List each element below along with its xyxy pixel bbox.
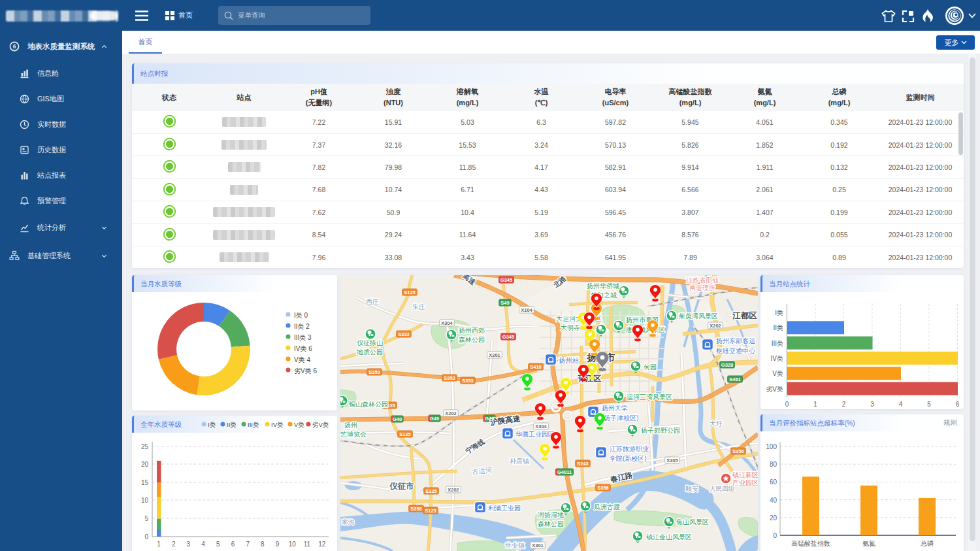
svg-text:20: 20 bbox=[141, 461, 149, 468]
svg-text:高锰酸盐指数: 高锰酸盐指数 bbox=[791, 540, 830, 547]
svg-text:0: 0 bbox=[144, 533, 148, 541]
svg-text:森林公园: 森林公园 bbox=[459, 336, 485, 343]
svg-text:IV类: IV类 bbox=[771, 355, 783, 362]
svg-text:学院(新校区): 学院(新校区) bbox=[610, 455, 647, 462]
svg-text:IV类: IV类 bbox=[271, 421, 284, 428]
svg-text:扬子郊野公园: 扬子郊野公园 bbox=[641, 427, 680, 434]
svg-text:5: 5 bbox=[927, 401, 931, 408]
svg-text:利浦工业园: 利浦工业园 bbox=[488, 505, 521, 512]
svg-text:运河三湾风景区: 运河三湾风景区 bbox=[627, 393, 672, 401]
svg-text:100: 100 bbox=[766, 443, 777, 450]
svg-text:6: 6 bbox=[956, 401, 960, 408]
svg-text:S356: S356 bbox=[597, 485, 609, 491]
svg-text:镇江金山风景区: 镇江金山风景区 bbox=[646, 533, 692, 541]
svg-text:4: 4 bbox=[899, 401, 903, 408]
svg-text:劣V类 6: 劣V类 6 bbox=[294, 367, 317, 375]
svg-text:4: 4 bbox=[201, 541, 205, 548]
svg-text:森林公园: 森林公园 bbox=[538, 520, 564, 527]
svg-text:仪征捺山: 仪征捺山 bbox=[357, 339, 383, 346]
svg-text:V类: V类 bbox=[294, 421, 304, 428]
svg-text:顺安: 顺安 bbox=[685, 485, 698, 492]
svg-text:3: 3 bbox=[187, 541, 191, 548]
svg-text:茱萸湾风景区: 茱萸湾风景区 bbox=[678, 312, 718, 320]
svg-text:3: 3 bbox=[870, 401, 874, 408]
svg-text:X202: X202 bbox=[448, 487, 459, 493]
svg-text:总磷: 总磷 bbox=[921, 540, 934, 547]
svg-text:I类: I类 bbox=[208, 421, 216, 428]
svg-text:I类 0: I类 0 bbox=[294, 312, 308, 319]
svg-text:25: 25 bbox=[141, 443, 149, 450]
svg-text:8: 8 bbox=[261, 541, 265, 548]
svg-text:0: 0 bbox=[785, 401, 789, 408]
svg-text:大明寺: 大明寺 bbox=[561, 324, 580, 331]
svg-text:S353: S353 bbox=[368, 369, 380, 375]
svg-text:X202: X202 bbox=[710, 323, 721, 329]
svg-text:II类 2: II类 2 bbox=[294, 323, 310, 330]
svg-text:X305: X305 bbox=[666, 458, 678, 463]
svg-text:朱庄: 朱庄 bbox=[412, 303, 425, 310]
svg-text:邗江区: 邗江区 bbox=[577, 374, 601, 383]
svg-text:V类 4: V类 4 bbox=[294, 356, 310, 363]
svg-text:扬州站: 扬州站 bbox=[559, 356, 580, 364]
svg-text:G40: G40 bbox=[430, 416, 439, 422]
svg-text:20: 20 bbox=[770, 514, 777, 522]
svg-text:60: 60 bbox=[770, 478, 777, 486]
svg-text:扬州: 扬州 bbox=[344, 422, 357, 429]
svg-text:朴席镇: 朴席镇 bbox=[510, 458, 529, 465]
svg-text:江苏省邵仙: 江苏省邵仙 bbox=[686, 276, 719, 284]
svg-text:世业镇: 世业镇 bbox=[504, 542, 525, 549]
svg-text:V类: V类 bbox=[772, 370, 783, 377]
svg-text:闸管理所: 闸管理所 bbox=[689, 284, 715, 292]
svg-text:人民四组: 人民四组 bbox=[710, 485, 735, 492]
svg-text:III类: III类 bbox=[248, 421, 259, 428]
svg-text:华腾工业园区: 华腾工业园区 bbox=[515, 431, 555, 438]
svg-text:G328: G328 bbox=[721, 362, 733, 368]
svg-text:唐子城风景区: 唐子城风景区 bbox=[626, 326, 665, 333]
svg-text:何园: 何园 bbox=[644, 363, 657, 371]
svg-text:S418: S418 bbox=[530, 364, 542, 370]
svg-text:S125: S125 bbox=[399, 431, 411, 437]
svg-text:(扬子津校区): (扬子津校区) bbox=[602, 414, 639, 422]
svg-text:III类 3: III类 3 bbox=[294, 334, 312, 341]
svg-text:地质公园: 地质公园 bbox=[356, 348, 383, 356]
svg-text:X301: X301 bbox=[532, 543, 544, 548]
svg-text:IV类 6: IV类 6 bbox=[294, 345, 312, 352]
svg-text:1: 1 bbox=[157, 541, 161, 548]
svg-text:15: 15 bbox=[141, 479, 149, 486]
svg-text:扬州东部客运: 扬州东部客运 bbox=[716, 337, 755, 344]
svg-text:大圩: 大圩 bbox=[710, 420, 723, 427]
svg-text:S356: S356 bbox=[410, 506, 422, 512]
svg-text:11: 11 bbox=[304, 541, 311, 548]
svg-text:艺博览会: 艺博览会 bbox=[340, 431, 367, 438]
svg-text:G4011: G4011 bbox=[557, 469, 572, 475]
svg-text:西庄: 西庄 bbox=[366, 298, 379, 305]
svg-text:江苏旅游职业: 江苏旅游职业 bbox=[610, 445, 649, 452]
svg-text:7: 7 bbox=[246, 541, 250, 548]
svg-text:铜山森林公园: 铜山森林公园 bbox=[349, 401, 388, 408]
svg-text:G40: G40 bbox=[393, 416, 402, 422]
svg-text:II类: II类 bbox=[773, 324, 783, 331]
svg-text:5: 5 bbox=[144, 515, 148, 522]
svg-text:劣V类: 劣V类 bbox=[766, 386, 783, 393]
svg-text:扬州华侨城: 扬州华侨城 bbox=[587, 282, 619, 290]
svg-text:S125: S125 bbox=[425, 488, 437, 494]
svg-text:0: 0 bbox=[773, 532, 777, 539]
svg-text:6: 6 bbox=[13, 43, 16, 50]
svg-text:镇江新区: 镇江新区 bbox=[732, 471, 758, 478]
svg-text:III类: III类 bbox=[772, 340, 783, 347]
svg-text:扬州大学: 扬州大学 bbox=[602, 405, 628, 412]
svg-text:5: 5 bbox=[216, 541, 220, 548]
svg-text:劣V类: 劣V类 bbox=[312, 421, 329, 428]
svg-text:江都区: 江都区 bbox=[732, 311, 757, 320]
svg-text:I类: I类 bbox=[775, 309, 783, 316]
svg-text:S243: S243 bbox=[577, 461, 589, 467]
svg-text:G345: G345 bbox=[502, 334, 514, 340]
svg-text:S333: S333 bbox=[398, 331, 410, 337]
svg-text:10: 10 bbox=[141, 497, 149, 504]
svg-text:枢纽交通中心: 枢纽交通中心 bbox=[716, 347, 756, 354]
svg-text:扬州西郊: 扬州西郊 bbox=[459, 327, 485, 334]
svg-text:II类: II类 bbox=[227, 421, 237, 428]
svg-text:润扬湿地: 润扬湿地 bbox=[537, 511, 564, 518]
svg-text:仪征市: 仪征市 bbox=[389, 482, 414, 491]
svg-text:80: 80 bbox=[770, 461, 777, 468]
